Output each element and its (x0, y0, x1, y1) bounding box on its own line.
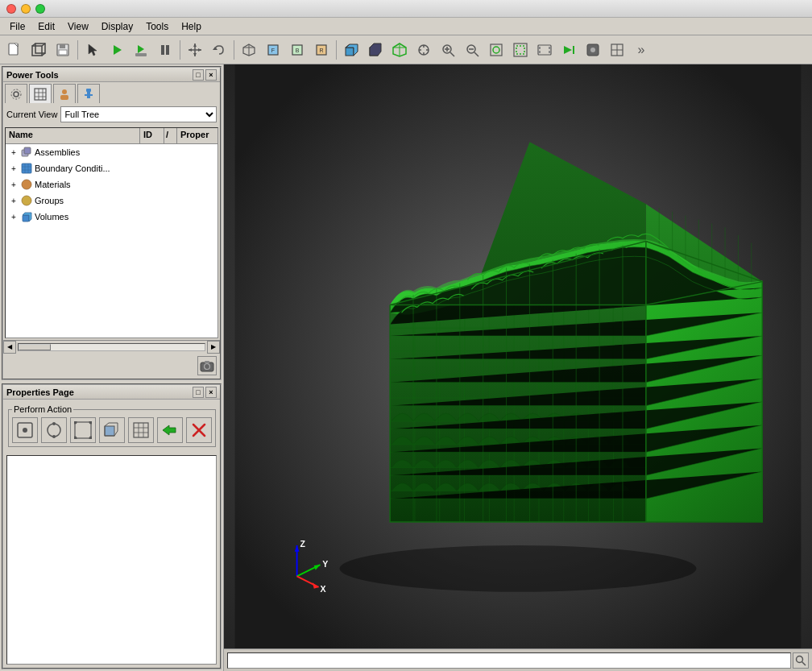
svg-marker-10 (114, 45, 122, 55)
film-frame-button[interactable] (533, 39, 556, 61)
tree-item-volumes[interactable]: + Volumes (6, 209, 218, 225)
apply-button[interactable] (157, 417, 183, 443)
svg-marker-60 (564, 46, 572, 54)
expand-volumes[interactable]: + (7, 210, 20, 223)
tree-body: + Assemblies + (6, 144, 218, 338)
icon-assemblies (20, 146, 33, 159)
power-tools-footer (3, 353, 220, 379)
menu-view[interactable]: View (61, 19, 95, 34)
scroll-thumb[interactable] (19, 344, 51, 350)
edge-button[interactable] (41, 417, 67, 443)
expand-materials[interactable]: + (7, 178, 20, 191)
close-button[interactable] (6, 4, 16, 14)
svg-point-67 (14, 92, 19, 97)
new-button[interactable] (3, 39, 26, 61)
menu-help[interactable]: Help (175, 19, 208, 34)
svg-rect-58 (549, 47, 551, 49)
svg-point-74 (62, 89, 67, 94)
expand-boundary[interactable]: + (7, 162, 20, 175)
toolbar-separator-4 (336, 40, 337, 60)
menu-display[interactable]: Display (95, 19, 139, 34)
svg-marker-110 (163, 425, 176, 435)
perform-action-buttons (12, 417, 212, 443)
tree-item-materials[interactable]: + Materials (6, 176, 218, 193)
icon-boundary (20, 162, 33, 175)
more-button[interactable]: » (630, 39, 652, 61)
menu-file[interactable]: File (3, 19, 31, 34)
tree-item-groups[interactable]: + Groups (6, 193, 218, 209)
power-tools-close-button[interactable]: × (205, 69, 217, 81)
cursor-button[interactable] (184, 39, 206, 61)
power-tools-header: Power Tools □ × (3, 68, 220, 82)
current-view-select[interactable]: Full Tree Partial Tree (60, 106, 217, 122)
y-axis-label: Y (322, 559, 328, 569)
minimize-button[interactable] (21, 4, 31, 14)
pt-tab-tools[interactable] (77, 84, 100, 103)
cube-solid-button[interactable] (364, 39, 387, 61)
zoom-fit-button[interactable] (485, 39, 508, 61)
panel-header-buttons: □ × (193, 69, 217, 81)
front-view-button[interactable]: F (262, 39, 284, 61)
tree-label-volumes: Volumes (35, 212, 68, 222)
node-button[interactable] (12, 417, 38, 443)
maximize-button[interactable] (35, 4, 45, 14)
iso-view-button[interactable] (238, 39, 260, 61)
back-view-button[interactable]: B (286, 39, 309, 61)
status-input[interactable] (227, 652, 791, 669)
delete-button[interactable] (186, 417, 212, 443)
properties-close-button[interactable]: × (205, 387, 217, 398)
svg-rect-1 (32, 46, 42, 56)
properties-maximize-button[interactable]: □ (193, 387, 204, 398)
viewport-3d[interactable]: Z Y X (224, 64, 812, 648)
play-button[interactable] (106, 39, 128, 61)
undo-button[interactable] (208, 39, 230, 61)
tree-label-assemblies: Assemblies (35, 147, 80, 157)
zoom-box-button[interactable] (509, 39, 532, 61)
mesh-quality-button[interactable] (606, 39, 628, 61)
tree-item-assemblies[interactable]: + Assemblies (6, 144, 218, 160)
render-button[interactable] (582, 39, 604, 61)
svg-text:F: F (271, 48, 275, 53)
viewport[interactable]: Z Y X (224, 64, 812, 671)
zoom-in-button[interactable] (437, 39, 459, 61)
wire-button[interactable] (388, 39, 411, 61)
surface-button[interactable] (99, 417, 125, 443)
svg-rect-105 (134, 423, 148, 437)
tree-col-prop: Proper (177, 128, 218, 143)
properties-header: Properties Page □ × (3, 385, 220, 400)
animate-button[interactable] (557, 39, 580, 61)
mesh-button[interactable] (128, 417, 154, 443)
pt-tab-settings[interactable] (5, 84, 27, 103)
zoom-out-button[interactable] (461, 39, 483, 61)
select-button[interactable] (81, 39, 104, 61)
scroll-track[interactable] (18, 343, 205, 351)
svg-point-96 (52, 422, 56, 425)
menu-tools[interactable]: Tools (139, 19, 175, 34)
expand-assemblies[interactable]: + (7, 146, 20, 159)
camera-button[interactable] (197, 356, 217, 375)
pt-tab-properties[interactable] (53, 84, 76, 103)
status-search-button[interactable] (793, 652, 809, 669)
menu-edit[interactable]: Edit (31, 19, 61, 34)
save-button[interactable] (52, 39, 74, 61)
svg-point-97 (52, 435, 56, 438)
svg-rect-75 (60, 95, 68, 100)
tree-item-boundary[interactable]: + Boundary Conditi... (6, 160, 218, 176)
select2-button[interactable] (412, 39, 435, 61)
power-tools-maximize-button[interactable]: □ (193, 69, 204, 81)
right-view-button[interactable]: R (310, 39, 333, 61)
perform-action-legend: Perform Action (12, 404, 73, 414)
svg-point-99 (74, 421, 77, 425)
play-folder-button[interactable] (130, 39, 152, 61)
scroll-left-button[interactable]: ◀ (3, 341, 16, 354)
pt-tab-mesh[interactable] (29, 84, 52, 103)
toolbar: F B R » (0, 35, 812, 64)
pause-button[interactable] (154, 39, 176, 61)
mesh-svg: Z Y X (224, 64, 812, 648)
svg-point-101 (74, 437, 77, 440)
vertex-button[interactable] (70, 417, 96, 443)
cube-3d-button[interactable] (340, 39, 362, 61)
cube-view-button[interactable] (27, 39, 50, 61)
scroll-right-button[interactable]: ▶ (207, 341, 220, 354)
expand-groups[interactable]: + (7, 194, 20, 207)
